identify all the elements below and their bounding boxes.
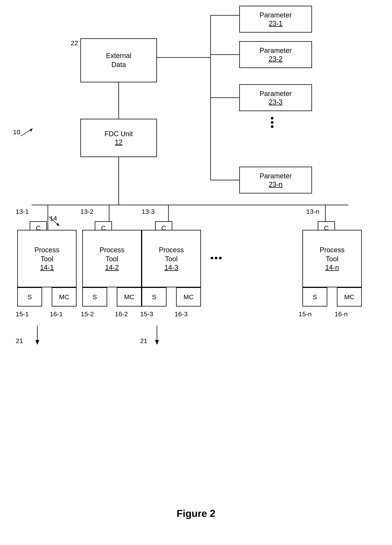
tool-id-1: 14-1 (40, 264, 54, 272)
external-data-box: ExternalData (80, 38, 157, 82)
fdc-label: FDC Unit (104, 130, 133, 138)
param-id-3: 23-3 (269, 98, 283, 106)
mc-ref-n: 16-n (335, 310, 348, 318)
horizontal-dots (211, 257, 222, 259)
tool-label-3: ProcessTool (159, 246, 184, 264)
group-id-1: 13-1 (16, 208, 29, 215)
process-tool-box-n: ProcessTool 14-n (302, 230, 362, 287)
process-tool-box-2: ProcessTool 14-2 (82, 230, 142, 287)
svg-marker-14 (36, 340, 39, 345)
tool-id-n: 14-n (325, 264, 339, 272)
group-id-3: 13-3 (142, 208, 155, 215)
vertical-dots (271, 117, 273, 128)
fdc-unit-box: FDC Unit 12 (80, 119, 157, 157)
svg-marker-16 (155, 340, 159, 345)
tool-label-1: ProcessTool (35, 246, 59, 264)
process-tool-box-3: ProcessTool 14-3 (142, 230, 201, 287)
tool-id-3: 14-3 (164, 264, 178, 272)
system-ref-label: 10 (13, 128, 20, 136)
param-label-3: Parameter (259, 89, 292, 98)
param-label-n: Parameter (259, 172, 292, 181)
s-ref-3: 15-3 (140, 310, 153, 318)
param-id-n: 23-n (269, 180, 283, 188)
mc-ref-2: 16-2 (115, 310, 128, 318)
param-box-n: Parameter 23-n (239, 167, 312, 193)
s-box-3: S (142, 287, 167, 307)
arrow-label-21-3: 21 (140, 337, 147, 345)
svg-marker-20 (56, 223, 59, 226)
mc-ref-1: 16-1 (50, 310, 63, 318)
system-ref-arrow (21, 126, 36, 138)
controller-ref-arrow (49, 217, 64, 230)
s-box-2: S (82, 287, 107, 307)
external-data-ref: 22 (71, 39, 78, 47)
param-box-2: Parameter 23-2 (239, 41, 312, 68)
param-label-1: Parameter (259, 11, 292, 20)
param-box-3: Parameter 23-3 (239, 84, 312, 111)
group-id-n: 13-n (306, 208, 319, 215)
param-id-1: 23-1 (269, 19, 283, 28)
s-box-n: S (302, 287, 327, 307)
param-box-1: Parameter 23-1 (239, 6, 312, 33)
s-box-1: S (17, 287, 42, 307)
tool-id-2: 14-2 (105, 264, 119, 272)
mc-box-2: MC (117, 287, 142, 307)
tool-label-n: ProcessTool (320, 246, 344, 264)
external-data-label: ExternalData (106, 51, 131, 69)
mc-box-n: MC (337, 287, 362, 307)
figure-caption: Figure 2 (0, 508, 392, 519)
s-ref-1: 15-1 (16, 310, 29, 318)
fdc-id: 12 (115, 138, 122, 146)
mc-ref-3: 16-3 (175, 310, 187, 318)
s-ref-n: 15-n (299, 310, 312, 318)
svg-marker-18 (30, 128, 33, 132)
group-id-2: 13-2 (80, 208, 93, 215)
arrow-label-21-1: 21 (16, 337, 23, 345)
param-label-2: Parameter (259, 46, 292, 55)
diagram: 10 ExternalData 22 FDC Unit 12 Parameter… (0, 0, 392, 517)
s-ref-2: 15-2 (81, 310, 94, 318)
param-id-2: 23-2 (269, 55, 283, 63)
tool-label-2: ProcessTool (100, 246, 124, 264)
mc-box-3: MC (176, 287, 201, 307)
process-tool-box-1: ProcessTool 14-1 (17, 230, 77, 287)
mc-box-1: MC (52, 287, 77, 307)
